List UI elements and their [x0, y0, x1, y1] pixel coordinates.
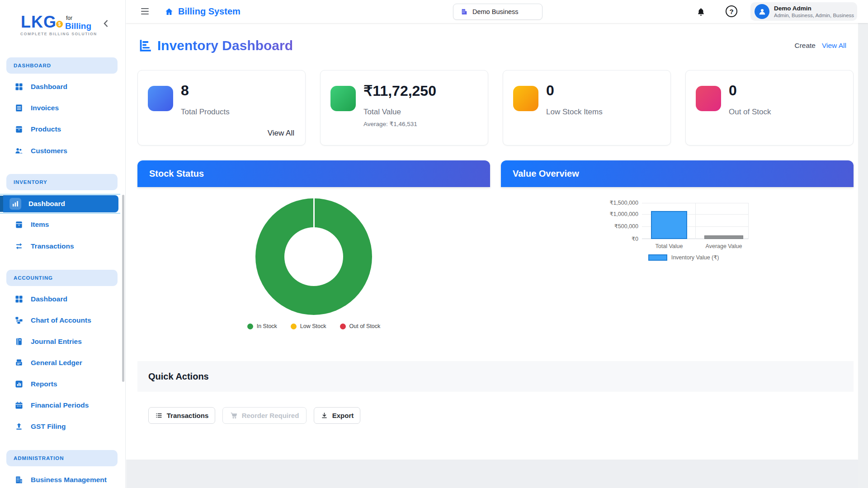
sidebar-collapse-button[interactable] [101, 18, 112, 29]
people-icon [14, 146, 24, 155]
upload-icon [14, 422, 24, 431]
y-tick-label: ₹500,000 [593, 223, 638, 230]
app-title[interactable]: Billing System [165, 0, 241, 23]
home-icon [165, 7, 174, 16]
brand-tagline: COMPLETE BILLING SOLUTION [20, 32, 97, 36]
stat-label: Total Value [363, 108, 401, 117]
gridline [748, 203, 749, 239]
active-item-accent [0, 196, 3, 212]
legend-dot [247, 324, 253, 329]
brand-logo: LKG [21, 13, 57, 32]
x-tick-label: Average Value [695, 243, 752, 249]
topbar: Billing System Demo Business ? Demo Admi… [126, 0, 868, 23]
chevron-left-icon [101, 18, 112, 29]
stat-value: 0 [546, 82, 554, 99]
sidebar-item-journal-entries[interactable]: Journal Entries [6, 333, 118, 351]
sidebar-section-accounting: ACCOUNTING [6, 270, 118, 286]
box-icon [14, 220, 24, 229]
stat-sub: Average: ₹1,46,531 [363, 120, 417, 127]
sidebar-item-inventory-dashboard[interactable]: Dashboard [0, 194, 120, 214]
user-name: Demo Admin [774, 5, 854, 12]
export-button[interactable]: Export [314, 407, 360, 424]
download-icon [321, 412, 328, 419]
bell-icon [694, 6, 707, 17]
grid-icon [14, 295, 24, 304]
bar-chart-icon [9, 198, 21, 210]
y-tick-label: ₹1,500,000 [593, 199, 638, 206]
out-of-stock-card: 0 Out of Stock [685, 70, 854, 145]
stat-label: Low Stock Items [546, 108, 603, 117]
total-products-icon [148, 86, 173, 111]
donut-separator [313, 198, 315, 228]
inventory-chart-icon [137, 38, 153, 53]
page-scrollbar[interactable] [858, 23, 868, 488]
notifications-button[interactable] [694, 5, 707, 18]
sidebar-item-gst-filing[interactable]: GST Filing [6, 418, 118, 436]
person-icon [758, 7, 767, 16]
y-tick-label: ₹0 [593, 235, 638, 242]
sidebar-item-products[interactable]: Products [6, 120, 118, 138]
user-menu[interactable]: Demo Admin Admin, Business, Admin, Busin… [750, 2, 857, 21]
create-link[interactable]: Create [794, 42, 816, 50]
stat-value: 0 [729, 82, 737, 99]
calendar-icon [14, 401, 24, 410]
view-all-link[interactable]: View All [822, 42, 846, 50]
sidebar-item-dashboard[interactable]: Dashboard [6, 78, 118, 96]
grid-icon [14, 82, 24, 91]
sidebar-section-inventory: INVENTORY [6, 174, 118, 190]
y-tick-label: ₹1,000,000 [593, 211, 638, 217]
out-of-stock-icon [696, 86, 721, 111]
report-icon [14, 380, 24, 389]
sidebar: LKG $ for Billing COMPLETE BILLING SOLUT… [0, 0, 126, 488]
stock-legend: In Stock Low Stock Out of Stock [137, 323, 490, 329]
gridline [695, 203, 696, 239]
sidebar-item-customers[interactable]: Customers [6, 142, 118, 160]
brand-for-text: for [66, 15, 72, 21]
section-label: DASHBOARD [14, 63, 51, 68]
stock-status-header: Stock Status [137, 160, 490, 187]
business-selector-button[interactable]: Demo Business [453, 4, 542, 20]
quick-actions-band: Quick Actions [137, 361, 854, 392]
hamburger-menu-button[interactable] [141, 6, 152, 16]
total-products-card: 8 Total Products View All [137, 70, 306, 145]
building-icon [14, 475, 24, 484]
list-icon [155, 412, 163, 419]
logo-block: LKG $ for Billing COMPLETE BILLING SOLUT… [0, 0, 125, 53]
sidebar-item-accounting-dashboard[interactable]: Dashboard [6, 290, 118, 308]
help-button[interactable]: ? [726, 5, 737, 17]
section-label: ACCOUNTING [14, 275, 53, 281]
sidebar-item-business-management[interactable]: Business Management [6, 471, 118, 488]
question-icon: ? [729, 8, 733, 15]
swap-arrows-icon [14, 242, 24, 251]
cart-icon [230, 412, 238, 419]
stat-label: Out of Stock [729, 108, 771, 117]
panel-title: Stock Status [149, 169, 204, 179]
ledger-icon [14, 358, 24, 367]
sidebar-item-invoices[interactable]: Invoices [6, 99, 118, 117]
value-bar-chart [642, 203, 749, 239]
box-icon [14, 125, 24, 134]
stat-value: ₹11,72,250 [363, 82, 436, 99]
invoice-icon [14, 103, 24, 113]
page-title: Inventory Dashboard [157, 38, 293, 53]
page-actions: Create View All [794, 42, 846, 50]
legend-swatch [648, 254, 667, 261]
quick-actions-title: Quick Actions [148, 371, 209, 382]
sidebar-item-items[interactable]: Items [6, 216, 118, 234]
user-roles: Admin, Business, Admin, Business [774, 13, 854, 18]
total-value-card: ₹11,72,250 Total Value Average: ₹1,46,53… [320, 70, 488, 145]
building-icon [461, 8, 468, 15]
sidebar-item-financial-periods[interactable]: Financial Periods [6, 396, 118, 414]
panel-title: Value Overview [513, 169, 579, 179]
reorder-required-button[interactable]: Reorder Required [222, 407, 307, 424]
transactions-button[interactable]: Transactions [148, 407, 215, 424]
sidebar-item-transactions[interactable]: Transactions [6, 237, 118, 255]
card-view-all-link[interactable]: View All [268, 129, 294, 138]
sidebar-item-general-ledger[interactable]: General Ledger [6, 354, 118, 372]
journal-icon [14, 337, 24, 346]
tree-icon [14, 316, 24, 325]
sidebar-scrollbar-thumb[interactable] [122, 195, 124, 382]
content-background [126, 460, 868, 488]
sidebar-item-chart-of-accounts[interactable]: Chart of Accounts [6, 311, 118, 329]
sidebar-item-reports[interactable]: Reports [6, 375, 118, 393]
